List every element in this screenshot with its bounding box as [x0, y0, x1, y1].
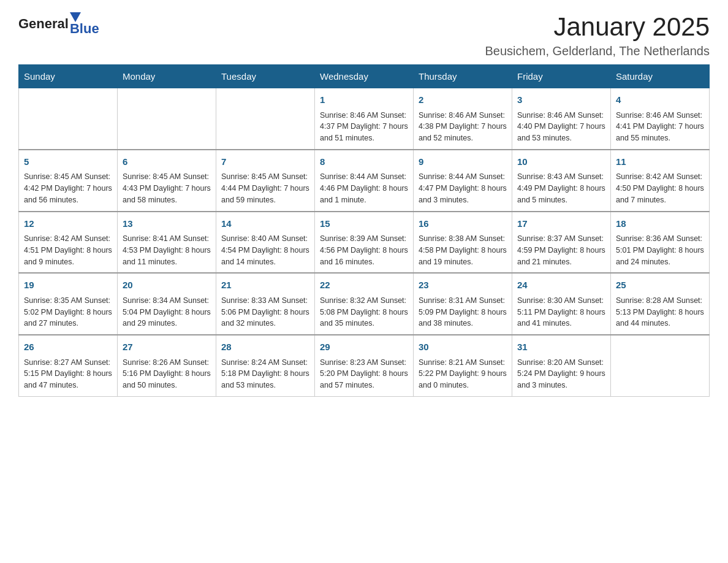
calendar-day-cell: 5Sunrise: 8:45 AM Sunset: 4:42 PM Daylig…: [19, 150, 118, 212]
day-number: 8: [320, 155, 408, 169]
calendar-day-cell: [611, 335, 710, 396]
calendar-week-row: 5Sunrise: 8:45 AM Sunset: 4:42 PM Daylig…: [19, 150, 710, 212]
day-number: 19: [24, 278, 112, 293]
day-info: Sunrise: 8:46 AM Sunset: 4:37 PM Dayligh…: [320, 110, 408, 144]
logo: General Blue: [18, 12, 99, 36]
calendar-day-cell: 18Sunrise: 8:36 AM Sunset: 5:01 PM Dayli…: [611, 212, 710, 274]
day-number: 23: [419, 278, 507, 293]
day-of-week-header: Monday: [118, 65, 216, 88]
calendar-table: SundayMondayTuesdayWednesdayThursdayFrid…: [18, 64, 710, 397]
calendar-day-cell: 29Sunrise: 8:23 AM Sunset: 5:20 PM Dayli…: [315, 335, 414, 396]
title-section: January 2025 Beusichem, Gelderland, The …: [485, 12, 710, 58]
day-number: 30: [419, 340, 507, 354]
calendar-day-cell: 6Sunrise: 8:45 AM Sunset: 4:43 PM Daylig…: [118, 150, 216, 212]
calendar-week-row: 26Sunrise: 8:27 AM Sunset: 5:15 PM Dayli…: [19, 335, 710, 396]
calendar-day-cell: 31Sunrise: 8:20 AM Sunset: 5:24 PM Dayli…: [512, 335, 611, 396]
page-header: General Blue January 2025 Beusichem, Gel…: [18, 12, 710, 58]
calendar-day-cell: 21Sunrise: 8:33 AM Sunset: 5:06 PM Dayli…: [216, 273, 315, 335]
day-number: 9: [419, 155, 507, 169]
day-number: 5: [24, 155, 112, 169]
day-info: Sunrise: 8:44 AM Sunset: 4:47 PM Dayligh…: [419, 171, 507, 205]
day-info: Sunrise: 8:45 AM Sunset: 4:42 PM Dayligh…: [24, 171, 112, 205]
day-number: 1: [320, 93, 408, 107]
calendar-day-cell: [216, 88, 315, 150]
day-number: 2: [419, 93, 507, 107]
day-number: 17: [517, 217, 605, 231]
day-number: 31: [517, 340, 605, 354]
day-info: Sunrise: 8:24 AM Sunset: 5:18 PM Dayligh…: [221, 357, 309, 391]
location-subtitle: Beusichem, Gelderland, The Netherlands: [485, 44, 710, 58]
day-info: Sunrise: 8:21 AM Sunset: 5:22 PM Dayligh…: [419, 357, 507, 391]
logo-blue-text: Blue: [70, 22, 99, 36]
calendar-day-cell: 7Sunrise: 8:45 AM Sunset: 4:44 PM Daylig…: [216, 150, 315, 212]
calendar-day-cell: 2Sunrise: 8:46 AM Sunset: 4:38 PM Daylig…: [414, 88, 512, 150]
day-info: Sunrise: 8:46 AM Sunset: 4:41 PM Dayligh…: [616, 110, 704, 144]
calendar-header-row: SundayMondayTuesdayWednesdayThursdayFrid…: [19, 65, 710, 88]
calendar-day-cell: 14Sunrise: 8:40 AM Sunset: 4:54 PM Dayli…: [216, 212, 315, 274]
calendar-week-row: 1Sunrise: 8:46 AM Sunset: 4:37 PM Daylig…: [19, 88, 710, 150]
day-number: 24: [517, 278, 605, 293]
day-info: Sunrise: 8:40 AM Sunset: 4:54 PM Dayligh…: [221, 233, 309, 267]
calendar-day-cell: 28Sunrise: 8:24 AM Sunset: 5:18 PM Dayli…: [216, 335, 315, 396]
day-number: 7: [221, 155, 309, 169]
day-info: Sunrise: 8:27 AM Sunset: 5:15 PM Dayligh…: [24, 357, 112, 391]
day-info: Sunrise: 8:31 AM Sunset: 5:09 PM Dayligh…: [419, 295, 507, 329]
calendar-day-cell: 27Sunrise: 8:26 AM Sunset: 5:16 PM Dayli…: [118, 335, 216, 396]
day-info: Sunrise: 8:26 AM Sunset: 5:16 PM Dayligh…: [123, 357, 211, 391]
day-of-week-header: Saturday: [611, 65, 710, 88]
day-info: Sunrise: 8:37 AM Sunset: 4:59 PM Dayligh…: [517, 233, 605, 267]
day-number: 26: [24, 340, 112, 354]
day-info: Sunrise: 8:35 AM Sunset: 5:02 PM Dayligh…: [24, 295, 112, 329]
day-number: 14: [221, 217, 309, 231]
calendar-day-cell: 25Sunrise: 8:28 AM Sunset: 5:13 PM Dayli…: [611, 273, 710, 335]
calendar-day-cell: 4Sunrise: 8:46 AM Sunset: 4:41 PM Daylig…: [611, 88, 710, 150]
calendar-day-cell: 9Sunrise: 8:44 AM Sunset: 4:47 PM Daylig…: [414, 150, 512, 212]
day-number: 16: [419, 217, 507, 231]
day-info: Sunrise: 8:42 AM Sunset: 4:51 PM Dayligh…: [24, 233, 112, 267]
day-info: Sunrise: 8:41 AM Sunset: 4:53 PM Dayligh…: [123, 233, 211, 267]
day-info: Sunrise: 8:38 AM Sunset: 4:58 PM Dayligh…: [419, 233, 507, 267]
day-info: Sunrise: 8:32 AM Sunset: 5:08 PM Dayligh…: [320, 295, 408, 329]
day-number: 21: [221, 278, 309, 293]
calendar-day-cell: 22Sunrise: 8:32 AM Sunset: 5:08 PM Dayli…: [315, 273, 414, 335]
calendar-week-row: 19Sunrise: 8:35 AM Sunset: 5:02 PM Dayli…: [19, 273, 710, 335]
day-of-week-header: Friday: [512, 65, 611, 88]
calendar-day-cell: 17Sunrise: 8:37 AM Sunset: 4:59 PM Dayli…: [512, 212, 611, 274]
calendar-week-row: 12Sunrise: 8:42 AM Sunset: 4:51 PM Dayli…: [19, 212, 710, 274]
day-info: Sunrise: 8:39 AM Sunset: 4:56 PM Dayligh…: [320, 233, 408, 267]
day-info: Sunrise: 8:30 AM Sunset: 5:11 PM Dayligh…: [517, 295, 605, 329]
day-info: Sunrise: 8:23 AM Sunset: 5:20 PM Dayligh…: [320, 357, 408, 391]
day-number: 10: [517, 155, 605, 169]
calendar-day-cell: 10Sunrise: 8:43 AM Sunset: 4:49 PM Dayli…: [512, 150, 611, 212]
day-of-week-header: Thursday: [414, 65, 512, 88]
day-info: Sunrise: 8:45 AM Sunset: 4:43 PM Dayligh…: [123, 171, 211, 205]
day-of-week-header: Sunday: [19, 65, 118, 88]
day-number: 28: [221, 340, 309, 354]
day-number: 25: [616, 278, 704, 293]
day-number: 6: [123, 155, 211, 169]
calendar-day-cell: 24Sunrise: 8:30 AM Sunset: 5:11 PM Dayli…: [512, 273, 611, 335]
day-info: Sunrise: 8:45 AM Sunset: 4:44 PM Dayligh…: [221, 171, 309, 205]
calendar-day-cell: 13Sunrise: 8:41 AM Sunset: 4:53 PM Dayli…: [118, 212, 216, 274]
calendar-day-cell: [19, 88, 118, 150]
calendar-day-cell: 15Sunrise: 8:39 AM Sunset: 4:56 PM Dayli…: [315, 212, 414, 274]
calendar-day-cell: 23Sunrise: 8:31 AM Sunset: 5:09 PM Dayli…: [414, 273, 512, 335]
day-info: Sunrise: 8:20 AM Sunset: 5:24 PM Dayligh…: [517, 357, 605, 391]
day-info: Sunrise: 8:33 AM Sunset: 5:06 PM Dayligh…: [221, 295, 309, 329]
day-number: 15: [320, 217, 408, 231]
calendar-day-cell: 19Sunrise: 8:35 AM Sunset: 5:02 PM Dayli…: [19, 273, 118, 335]
calendar-day-cell: 16Sunrise: 8:38 AM Sunset: 4:58 PM Dayli…: [414, 212, 512, 274]
month-title: January 2025: [485, 12, 710, 42]
day-number: 18: [616, 217, 704, 231]
calendar-day-cell: 11Sunrise: 8:42 AM Sunset: 4:50 PM Dayli…: [611, 150, 710, 212]
day-info: Sunrise: 8:42 AM Sunset: 4:50 PM Dayligh…: [616, 171, 704, 205]
day-number: 11: [616, 155, 704, 169]
day-info: Sunrise: 8:46 AM Sunset: 4:38 PM Dayligh…: [419, 110, 507, 144]
calendar-day-cell: 8Sunrise: 8:44 AM Sunset: 4:46 PM Daylig…: [315, 150, 414, 212]
day-info: Sunrise: 8:43 AM Sunset: 4:49 PM Dayligh…: [517, 171, 605, 205]
calendar-day-cell: 20Sunrise: 8:34 AM Sunset: 5:04 PM Dayli…: [118, 273, 216, 335]
day-info: Sunrise: 8:46 AM Sunset: 4:40 PM Dayligh…: [517, 110, 605, 144]
day-number: 4: [616, 93, 704, 107]
day-number: 3: [517, 93, 605, 107]
day-number: 22: [320, 278, 408, 293]
